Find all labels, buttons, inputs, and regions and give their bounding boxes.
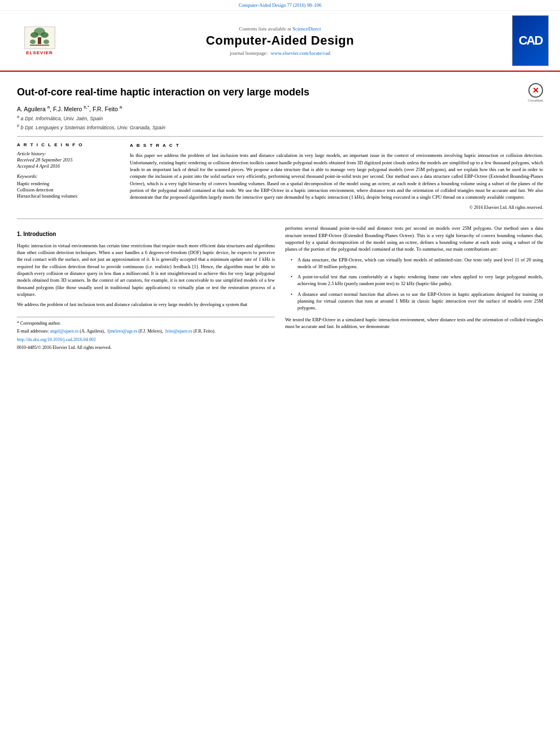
intro-paragraph-2: We address the problem of fast inclusion… <box>17 301 275 308</box>
citation-text: Computer-Aided Design 77 (2016) 98–106 <box>239 2 322 8</box>
authors-line: A. Aguilera a, F.J. Melero b,*, F.R. Fei… <box>17 104 543 112</box>
email-2[interactable]: fjmelero@ugr.es <box>107 329 137 334</box>
crossmark-badge: ✕ CrossMark <box>528 83 543 102</box>
email-1[interactable]: angel@ujaen.es <box>50 329 79 334</box>
bullet-item-3: A distance and contact normal function t… <box>291 291 543 312</box>
keyword-1: Haptic rendering <box>17 181 119 186</box>
keywords-list: Haptic rendering Collision detection Hie… <box>17 181 119 199</box>
author1: (A. Aguilera), <box>80 329 105 334</box>
author2: (F.J. Melero), <box>138 329 163 334</box>
content-area: Out-of-core real-time haptic interaction… <box>0 72 560 361</box>
cad-cover: CAD <box>512 15 549 66</box>
email-label: E-mail addresses: <box>17 329 49 334</box>
contents-line: Contents lists available at ScienceDirec… <box>68 26 492 32</box>
elsevier-tree-image <box>24 27 55 49</box>
bullet-list: A data structure, the EPB-Octree, which … <box>285 256 543 312</box>
section-title-text: Introduction <box>23 231 56 237</box>
author-melero: F.J. Melero <box>53 106 82 112</box>
article-info-panel: A R T I C L E I N F O Article history: R… <box>17 142 119 211</box>
info-abstract-row: A R T I C L E I N F O Article history: R… <box>17 142 543 211</box>
affiliation-b: b b Dpt. Lenguajes y Sistemas Informátic… <box>17 124 543 130</box>
journal-header: ELSEVIER Contents lists available at Sci… <box>0 11 560 72</box>
article-title: Out-of-core real-time haptic interaction… <box>17 86 522 99</box>
abstract-text: In this paper we address the problem of … <box>130 152 543 200</box>
cad-cover-container: CAD <box>492 15 549 66</box>
section-number: 1. <box>17 231 21 237</box>
main-two-columns: 1. Introduction Haptic interaction in vi… <box>17 225 543 353</box>
divider-2 <box>17 219 543 219</box>
doi-line: http://dx.doi.org/10.1016/j.cad.2016.04.… <box>17 337 275 343</box>
contents-label: Contents lists available at <box>239 26 291 32</box>
article-history: Article history: Received 28 September 2… <box>17 151 119 169</box>
homepage-link[interactable]: www.elsevier.com/locate/cad <box>271 50 330 56</box>
doi-link[interactable]: http://dx.doi.org/10.1016/j.cad.2016.04.… <box>17 337 96 342</box>
crossmark-circle: ✕ <box>528 83 543 98</box>
abstract-panel: A B S T R A C T In this paper we address… <box>130 142 543 211</box>
abstract-title: A B S T R A C T <box>130 142 543 149</box>
author3: (F.R. Feito). <box>194 329 216 334</box>
svg-point-6 <box>43 40 49 44</box>
svg-point-3 <box>41 32 49 38</box>
bullet-item-1: A data structure, the EPB-Octree, which … <box>291 256 543 270</box>
right-paragraph-1: performs several thousand point-in-solid… <box>285 225 543 252</box>
received-date: Received 28 September 2015 <box>17 157 119 163</box>
copyright-text: © 2016 Elsevier Ltd. All rights reserved… <box>130 204 543 211</box>
homepage-label: journal homepage: <box>230 50 268 56</box>
article-title-row: Out-of-core real-time haptic interaction… <box>17 80 543 104</box>
elsevier-logo-container: ELSEVIER <box>11 24 68 58</box>
divider-1 <box>17 136 543 137</box>
crossmark-label: CrossMark <box>528 99 543 102</box>
accepted-date: Accepted 4 April 2016 <box>17 163 119 169</box>
homepage-line: journal homepage: www.elsevier.com/locat… <box>68 50 492 56</box>
journal-center: Contents lists available at ScienceDirec… <box>68 26 492 56</box>
bullet-item-2: A point-in-solid test that runs comforta… <box>291 273 543 287</box>
footnote-emails: E-mail addresses: angel@ujaen.es (A. Agu… <box>17 328 275 335</box>
sciencedirect-link[interactable]: ScienceDirect <box>292 26 321 32</box>
email-3[interactable]: feito@ujaen.es <box>165 329 193 334</box>
issn-line: 0010-4485/© 2016 Elsevier Ltd. All right… <box>17 344 275 351</box>
elsevier-name: ELSEVIER <box>26 50 53 55</box>
keywords-title: Keywords: <box>17 173 119 179</box>
article-info-title: A R T I C L E I N F O <box>17 142 119 147</box>
sup-a2: a <box>120 104 122 110</box>
svg-rect-4 <box>38 37 41 44</box>
right-column: performs several thousand point-in-solid… <box>285 225 543 353</box>
right-paragraph-2: We tested the EBP-Octree in a simulated … <box>285 316 543 330</box>
affiliation-a: a a Dpt. Informática, Univ. Jaén, Spain <box>17 115 543 121</box>
keyword-3: Hierarchical bounding volumes <box>17 193 119 199</box>
keyword-2: Collision detection <box>17 187 119 193</box>
author-aguilera: A. Aguilera <box>17 106 46 112</box>
intro-paragraph-1: Haptic interaction in virtual environmen… <box>17 242 275 298</box>
svg-point-2 <box>30 32 38 38</box>
author-feito: F.R. Feito <box>93 106 118 112</box>
intro-section-title: 1. Introduction <box>17 230 275 239</box>
journal-title: Computer-Aided Design <box>68 33 492 48</box>
left-column: 1. Introduction Haptic interaction in vi… <box>17 225 275 353</box>
svg-point-5 <box>30 40 36 44</box>
footnote-area: * Corresponding author. E-mail addresses… <box>17 317 275 351</box>
top-citation-bar: Computer-Aided Design 77 (2016) 98–106 <box>0 0 560 11</box>
sup-b: b,* <box>84 104 89 110</box>
history-label: Article history: <box>17 151 119 156</box>
sup-a: a <box>47 104 50 110</box>
footnote-corresponding: * Corresponding author. <box>17 320 275 327</box>
